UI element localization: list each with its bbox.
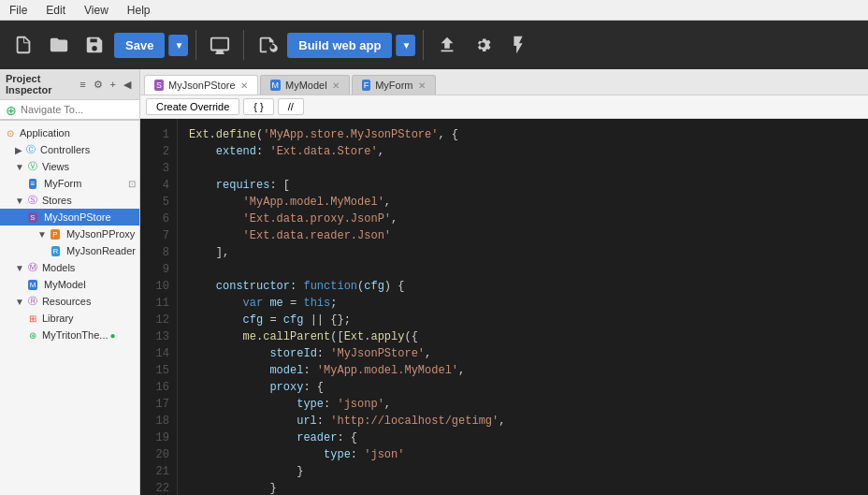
myform-icon: ≡ [26, 177, 39, 190]
views-icon: Ⓥ [26, 160, 39, 173]
tree-item-controllers[interactable]: ▶ Ⓒ Controllers [0, 141, 139, 158]
library-icon: ⊞ [26, 312, 39, 325]
tab-icon-store: S [154, 80, 164, 91]
tab-myform-close[interactable]: ✕ [418, 80, 426, 91]
ctrl-toggle: ▶ [15, 145, 22, 155]
monitor-button[interactable] [204, 31, 236, 59]
ctrl-icon: Ⓒ [24, 143, 37, 156]
pi-header: Project Inspector ≡ ⚙ + ◀ [0, 69, 139, 100]
code-editor: 1234567891011121314151617181920212223242… [140, 119, 868, 495]
code-toolbar: Create Override { } // [140, 95, 868, 119]
tree-item-stores[interactable]: ▼ Ⓢ Stores [0, 192, 139, 209]
app-icon: ⊙ [4, 126, 17, 139]
build-dropdown-button[interactable]: ▼ [396, 35, 415, 56]
toolbar-separator-3 [423, 30, 424, 60]
new-file-button[interactable] [7, 31, 39, 59]
myjsonreader-label: MyJsonReader [66, 245, 136, 256]
create-override-button[interactable]: Create Override [146, 98, 239, 115]
tab-myjsonpstore-close[interactable]: ✕ [240, 80, 248, 91]
proxy-toggle: ▼ [37, 229, 47, 240]
mymodel-icon: M [26, 278, 39, 291]
mytriton-label: MyTritonThe... [42, 329, 108, 341]
mytriton-icon: ⊛ [26, 328, 39, 342]
controllers-label: Controllers [40, 144, 90, 155]
menu-file[interactable]: File [6, 2, 31, 19]
myjsonreader-icon: R [50, 244, 62, 257]
menu-help[interactable]: Help [123, 2, 154, 19]
menubar: File Edit View Help [0, 0, 868, 21]
nav-icon: ⊕ [6, 103, 17, 118]
stores-icon: Ⓢ [26, 194, 39, 207]
views-toggle: ▼ [15, 162, 24, 172]
mytriton-status: ● [110, 330, 116, 341]
stores-label: Stores [42, 195, 72, 206]
tree-item-myjsonpstore[interactable]: S MyJsonPStore [0, 209, 139, 226]
code-content[interactable]: Ext.define('MyApp.store.MyJsonPStore', {… [178, 119, 868, 495]
models-label: Models [42, 262, 75, 273]
pi-arrow-btn[interactable]: ◀ [121, 78, 134, 92]
line-numbers: 1234567891011121314151617181920212223242… [140, 119, 178, 495]
upload-button[interactable] [431, 31, 463, 59]
myform-label: MyForm [44, 178, 81, 189]
models-icon: Ⓜ [26, 261, 39, 274]
tab-myjsonpstore[interactable]: S MyJsonPStore ✕ [144, 75, 258, 95]
braces-button[interactable]: { } [243, 98, 273, 115]
main-area: Project Inspector ≡ ⚙ + ◀ ⊕ ⊙ Applicatio… [0, 69, 868, 495]
lightning-button[interactable] [502, 31, 534, 59]
tab-myform-label: MyForm [375, 80, 412, 91]
myjsonpstore-icon: S [26, 211, 39, 224]
stores-toggle: ▼ [15, 196, 24, 206]
tree-item-myjsonpproxy[interactable]: ▼ P MyJsonPProxy [0, 226, 139, 242]
navigate-input[interactable] [0, 100, 139, 120]
tab-mymodel-close[interactable]: ✕ [332, 80, 340, 91]
comment-button[interactable]: // [278, 98, 304, 115]
mymodel-label: MyModel [44, 279, 86, 290]
tree-item-application[interactable]: ⊙ Application [0, 124, 139, 141]
tree-item-resources[interactable]: ▼ Ⓡ Resources [0, 293, 139, 310]
resources-icon: Ⓡ [26, 295, 39, 308]
toolbar-separator-2 [243, 30, 244, 60]
resources-toggle: ▼ [15, 297, 24, 307]
pi-title: Project Inspector [6, 73, 77, 95]
toolbar: Save ▼ Build web app ▼ [0, 21, 868, 69]
tree-item-mytriton[interactable]: ⊛ MyTritonThe... ● [0, 327, 139, 343]
pi-add-btn[interactable]: + [108, 78, 119, 92]
save-dropdown-button[interactable]: ▼ [168, 35, 188, 56]
tab-icon-form: F [362, 80, 371, 91]
tree-item-models[interactable]: ▼ Ⓜ Models [0, 259, 139, 276]
tabs-bar: S MyJsonPStore ✕ M MyModel ✕ F MyForm ✕ [140, 69, 868, 95]
pi-header-icons: ≡ ⚙ + ◀ [77, 78, 134, 92]
menu-edit[interactable]: Edit [42, 2, 69, 19]
project-inspector: Project Inspector ≡ ⚙ + ◀ ⊕ ⊙ Applicatio… [0, 69, 140, 495]
save-icon-button[interactable] [79, 31, 110, 59]
build-button[interactable]: Build web app [287, 33, 392, 58]
models-toggle: ▼ [15, 263, 24, 273]
nav-container: ⊕ [0, 100, 139, 121]
pi-gear-btn[interactable]: ⚙ [91, 78, 106, 92]
tab-mymodel-label: MyModel [285, 80, 327, 91]
settings-button[interactable] [467, 31, 499, 59]
wrench-button[interactable] [252, 31, 283, 59]
application-label: Application [20, 127, 70, 138]
myjsonpstore-label: MyJsonPStore [44, 211, 111, 223]
tab-icon-model: M [270, 80, 282, 91]
tree-item-myform[interactable]: ≡ MyForm ⊡ [0, 175, 139, 192]
toolbar-separator-1 [195, 30, 196, 60]
tab-myform[interactable]: F MyForm ✕ [352, 75, 436, 95]
tree-item-mymodel[interactable]: M MyModel [0, 276, 139, 293]
library-label: Library [42, 313, 74, 324]
open-file-button[interactable] [43, 31, 75, 59]
content-area: S MyJsonPStore ✕ M MyModel ✕ F MyForm ✕ … [140, 69, 868, 495]
views-label: Views [42, 161, 69, 172]
tree-item-views[interactable]: ▼ Ⓥ Views [0, 158, 139, 175]
pi-list-btn[interactable]: ≡ [77, 78, 88, 92]
myform-ext-icon: ⊡ [128, 179, 136, 189]
menu-view[interactable]: View [80, 2, 112, 19]
tree-item-myjsonreader[interactable]: R MyJsonReader [0, 242, 139, 259]
myjsonpproxy-icon: P [49, 227, 62, 240]
save-button[interactable]: Save [114, 33, 165, 58]
tab-mymodel[interactable]: M MyModel ✕ [260, 75, 350, 95]
myjsonpproxy-label: MyJsonPProxy [66, 228, 135, 240]
tree-item-library[interactable]: ⊞ Library [0, 310, 139, 327]
tab-myjsonpstore-label: MyJsonPStore [168, 80, 236, 91]
